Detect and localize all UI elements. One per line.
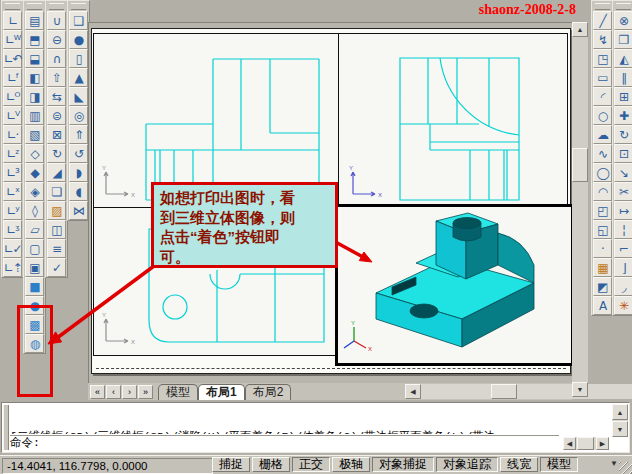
scroll-left-button[interactable]: ◀ [405, 384, 421, 399]
tab-model[interactable]: 模型 [158, 384, 198, 400]
rectangle-button[interactable]: ▭ [593, 68, 612, 87]
otrack-toggle-button[interactable]: 对象追踪 [436, 457, 498, 472]
first-tab-button[interactable]: « [90, 385, 105, 399]
vertical-scrollbar[interactable]: ▲ ▼ [572, 22, 588, 397]
circle-button[interactable]: ○ [593, 106, 612, 125]
insert-block-button[interactable]: ◰ [593, 201, 612, 220]
line-button[interactable]: ╱ [593, 11, 612, 30]
command-window[interactable]: [二维线框(2D)/三维线框(3D)/消隐(H)/平面着色(F)/体着色(G)/… [1, 402, 630, 453]
command-scroll-down[interactable]: ▼ [612, 421, 628, 437]
sphere-button[interactable]: ● [69, 30, 88, 49]
rotate-faces-button[interactable]: ↻ [47, 144, 66, 163]
erase-button[interactable]: ⊗ [614, 11, 632, 30]
right-view-button[interactable]: ◨ [25, 87, 44, 106]
apply-ucs-button[interactable]: ∟✓ [3, 239, 22, 258]
scale-button[interactable]: ⊡ [614, 144, 632, 163]
array-button[interactable]: ⊞ [614, 87, 632, 106]
ucs-previous-button[interactable]: ∟↶ [3, 49, 22, 68]
view-ucs-button[interactable]: ∟ⱽ [3, 106, 22, 125]
command-scroll-up[interactable]: ▲ [612, 404, 628, 420]
check-button[interactable]: ✓ [47, 258, 66, 277]
horizontal-scrollbar[interactable]: ◀ ▶ [405, 384, 632, 399]
chamfer-button[interactable]: ⌋ [614, 258, 632, 277]
command-scroll-right[interactable]: ▶ [596, 437, 609, 450]
ucs-button[interactable]: ∟ [3, 11, 22, 30]
scroll-down-button[interactable]: ▼ [572, 382, 588, 397]
break-button[interactable]: ⌐ [614, 239, 632, 258]
extrude-button[interactable]: ⇑ [69, 125, 88, 144]
toolbar-grip[interactable] [27, 3, 42, 10]
bottom-view-button[interactable]: ⬓ [25, 49, 44, 68]
toolbar-grip[interactable] [71, 3, 86, 10]
move-faces-button[interactable]: ⇆ [47, 87, 66, 106]
arc-button[interactable]: ◜ [593, 87, 612, 106]
horizontal-scroll-thumb[interactable] [491, 384, 517, 399]
subtract-button[interactable]: ⊖ [47, 30, 66, 49]
break-at-point-button[interactable]: ¦ [614, 220, 632, 239]
top-view-button[interactable]: ⬒ [25, 30, 44, 49]
taper-faces-button[interactable]: ◢ [47, 163, 66, 182]
extend-button[interactable]: ↦ [614, 201, 632, 220]
rotate-button[interactable]: ↻ [614, 125, 632, 144]
spline-button[interactable]: ∿ [593, 144, 612, 163]
command-scroll-left[interactable]: ◀ [563, 437, 576, 450]
offset-faces-button[interactable]: ⊜ [47, 106, 66, 125]
origin-ucs-button[interactable]: ∟· [3, 125, 22, 144]
se-isometric-view-button[interactable]: ◆ [25, 163, 44, 182]
toolbar-grip[interactable] [595, 3, 610, 10]
viewport-side-view[interactable]: Y X [338, 33, 568, 209]
imprint-button[interactable]: ◫ [47, 220, 66, 239]
toolbar-grip[interactable] [616, 3, 631, 10]
mirror-button[interactable]: ◭ [614, 49, 632, 68]
point-button[interactable]: · [593, 239, 612, 258]
intersect-button[interactable]: ∩ [47, 49, 66, 68]
copy-faces-button[interactable]: ❏ [47, 182, 66, 201]
command-window-grip[interactable] [3, 405, 9, 450]
model-paper-toggle-button[interactable]: 模型 [540, 457, 578, 472]
slice-button[interactable]: ◗ [69, 163, 88, 182]
fillet-button[interactable]: ◞ [614, 277, 632, 296]
polygon-button[interactable]: ◳ [593, 49, 612, 68]
last-tab-button[interactable]: » [138, 385, 153, 399]
torus-button[interactable]: ◎ [69, 106, 88, 125]
explode-button[interactable]: ✳ [614, 296, 632, 315]
trim-button[interactable]: ✂ [614, 182, 632, 201]
polyline-button[interactable]: ↯ [593, 30, 612, 49]
toolbar-grip[interactable] [5, 3, 20, 10]
flat-shaded-button[interactable]: ■ [25, 277, 44, 296]
tab-layout2[interactable]: 布局2 [245, 384, 292, 400]
command-scrollbar[interactable]: ▲ ▼ [612, 404, 628, 437]
next-tab-button[interactable]: › [122, 385, 137, 399]
box-button[interactable]: ❑ [69, 11, 88, 30]
face-ucs-button[interactable]: ∟ᶠ [3, 68, 22, 87]
world-ucs-button[interactable]: ∟ᵂ [3, 30, 22, 49]
ellipse-arc-button[interactable]: ◠ [593, 182, 612, 201]
snap-toggle-button[interactable]: 捕捉 [212, 457, 250, 472]
lineweight-toggle-button[interactable]: 线宽 [500, 457, 538, 472]
tab-layout1[interactable]: 布局1 [198, 384, 245, 400]
osnap-toggle-button[interactable]: 对象捕捉 [372, 457, 434, 472]
region-button[interactable]: ◩ [593, 277, 612, 296]
extrude-faces-button[interactable]: ⇧ [47, 68, 66, 87]
vertical-scroll-thumb[interactable] [572, 148, 588, 182]
revolve-button[interactable]: ↺ [69, 144, 88, 163]
polar-toggle-button[interactable]: 极轴 [332, 457, 370, 472]
color-faces-button[interactable]: ▨ [47, 201, 66, 220]
2d-wireframe-button[interactable]: ▱ [25, 220, 44, 239]
copy-button[interactable]: ❐ [614, 30, 632, 49]
ellipse-button[interactable]: ◯ [593, 163, 612, 182]
previous-tab-button[interactable]: ‹ [106, 385, 121, 399]
sw-isometric-view-button[interactable]: ◇ [25, 144, 44, 163]
grid-toggle-button[interactable]: 栅格 [252, 457, 290, 472]
wedge-button[interactable]: ◣ [69, 87, 88, 106]
stretch-button[interactable]: ↘ [614, 163, 632, 182]
clean-button[interactable]: ≡ [47, 239, 66, 258]
scroll-up-button[interactable]: ▲ [572, 22, 588, 37]
left-view-button[interactable]: ◧ [25, 68, 44, 87]
status-bar-menu-button[interactable]: ▼ [610, 459, 618, 468]
z-axis-vector-ucs-button[interactable]: ∟ᶻ [3, 144, 22, 163]
hidden-mode-button[interactable]: ▣ [25, 258, 44, 277]
command-h-thumb[interactable] [577, 437, 594, 450]
viewport-3d-shaded-model[interactable]: Y X [335, 204, 574, 366]
3-point-ucs-button[interactable]: ∟³ [3, 163, 22, 182]
